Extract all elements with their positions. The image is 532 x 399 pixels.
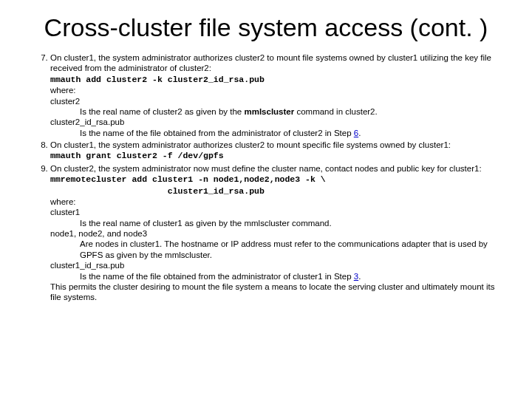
definition-text: Are nodes in cluster1. The hostname or I… (50, 239, 502, 260)
item-intro: On cluster2, the system administrator no… (50, 163, 502, 174)
command-line: mmauth grant cluster2 -f /dev/gpfs (50, 150, 502, 161)
ordered-list: On cluster1, the system administrator au… (30, 52, 502, 303)
step-link[interactable]: 3 (354, 272, 358, 281)
where-label: where: (50, 85, 502, 95)
item-intro: On cluster1, the system administrator au… (50, 52, 502, 74)
trailing-text: This permits the cluster desiring to mou… (50, 282, 502, 303)
slide-title: Cross-cluster file system access (cont. … (30, 13, 502, 42)
command-line: mmauth add cluster2 -k cluster2_id_rsa.p… (50, 74, 502, 85)
definition-text: Is the real name of cluster2 as given by… (50, 106, 502, 117)
list-item: On cluster1, the system administrator au… (50, 52, 502, 138)
definition-text: Is the name of the file obtained from th… (50, 271, 502, 282)
definition-term: node1, node2, and node3 (50, 228, 502, 239)
where-label: where: (50, 197, 502, 207)
step-link[interactable]: 6 (354, 129, 358, 137)
definition-term: cluster2_id_rsa.pub (50, 117, 502, 127)
command-line-cont: cluster1_id_rsa.pub (50, 185, 502, 197)
list-item: On cluster1, the system administrator au… (50, 140, 502, 162)
command-line: mmremotecluster add cluster1 -n node1,no… (50, 174, 502, 185)
list-item: On cluster2, the system administrator no… (50, 163, 502, 303)
item-intro: On cluster1, the system administrator au… (50, 140, 502, 150)
definition-term: cluster1_id_rsa.pub (50, 260, 502, 270)
definition-term: cluster1 (50, 207, 502, 217)
definition-text: Is the real name of cluster1 as given by… (50, 218, 502, 228)
definition-text: Is the name of the file obtained from th… (50, 128, 502, 138)
definition-term: cluster2 (50, 96, 502, 106)
